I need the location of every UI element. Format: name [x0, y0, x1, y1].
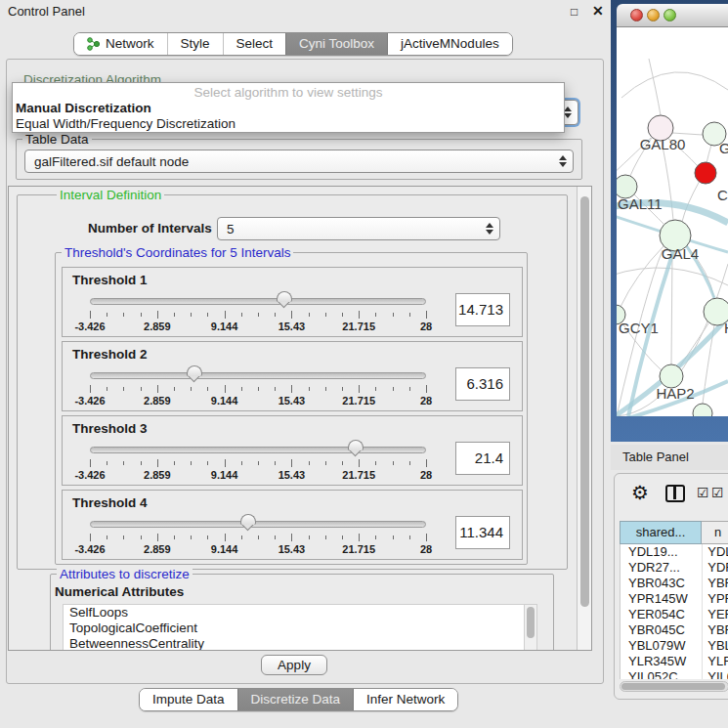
bottom-tab-bar: Impute DataDiscretize DataInfer Network — [139, 688, 458, 711]
network-node[interactable] — [693, 404, 712, 416]
dropdown-option-manual[interactable]: Manual Discretization — [16, 101, 151, 115]
cell-name[interactable]: YBR0 — [702, 622, 728, 638]
tab-network[interactable]: Network — [74, 33, 167, 55]
tab-cyni-toolbox[interactable]: Cyni Toolbox — [285, 33, 387, 55]
network-edge[interactable] — [707, 145, 711, 163]
threshold-value-field[interactable]: 21.4 — [455, 442, 510, 475]
slider-handle-icon[interactable] — [240, 514, 256, 535]
slider-track[interactable] — [90, 521, 426, 528]
cell-name[interactable]: YER0 — [702, 607, 728, 622]
float-icon[interactable]: □ — [571, 5, 578, 19]
cell-shared-name[interactable]: YBR045C — [621, 622, 702, 638]
network-edge[interactable] — [662, 141, 673, 220]
cell-shared-name[interactable]: YLR345W — [621, 654, 702, 669]
threshold-row: Threshold 4 -3.4262.8599.14415.4321.7152… — [62, 490, 523, 560]
minimize-traffic-light-icon[interactable] — [647, 9, 660, 21]
table-row[interactable]: YLR345WYLR3 — [621, 654, 728, 669]
network-node-label: GCY1 — [619, 320, 659, 336]
cell-name[interactable]: YDR2 — [702, 560, 728, 576]
column-header-name[interactable]: n — [702, 521, 728, 544]
table-row[interactable]: YDL19...YDL1 — [621, 544, 728, 560]
cell-name[interactable]: YBR0 — [702, 576, 728, 591]
column-header-shared-name[interactable]: shared... — [620, 521, 702, 544]
settings-scrollbar[interactable] — [577, 187, 592, 650]
slider-track[interactable] — [90, 447, 426, 453]
cell-shared-name[interactable]: YIL052C — [621, 669, 702, 679]
network-canvas[interactable]: GAL80GACGAL11GAL4GCY1HHAP2 — [617, 27, 728, 416]
table-row[interactable]: YBL079WYBL0 — [621, 638, 728, 654]
network-node-label: GAL4 — [662, 245, 699, 262]
tab-impute-data[interactable]: Impute Data — [140, 689, 237, 710]
slider-handle-icon[interactable] — [348, 440, 364, 460]
threshold-value-field[interactable]: 6.316 — [455, 367, 510, 401]
split-view-icon[interactable] — [665, 485, 685, 502]
attributes-scrollbar[interactable] — [524, 605, 536, 651]
number-of-intervals-combo[interactable]: 5 — [217, 217, 500, 240]
attributes-group: Attributes to discretize Numerical Attri… — [50, 574, 554, 651]
threshold-slider[interactable]: -3.4262.8599.14415.4321.71528 — [90, 291, 426, 334]
slider-ticks — [90, 534, 426, 541]
table-row[interactable]: YIL052CYIL0 — [621, 669, 728, 679]
threshold-slider[interactable]: -3.4262.8599.14415.4321.71528 — [90, 440, 426, 483]
cell-shared-name[interactable]: YPR145W — [621, 591, 702, 607]
slider-handle-icon[interactable] — [277, 291, 292, 312]
threshold-slider[interactable]: -3.4262.8599.14415.4321.71528 — [90, 514, 426, 557]
close-traffic-light-icon[interactable] — [630, 9, 643, 21]
table-panel-toolbar: ⚙ ☑ ☑ — [615, 474, 728, 517]
table-hscrollbar[interactable] — [620, 681, 728, 692]
threshold-slider[interactable]: -3.4262.8599.14415.4321.71528 — [90, 365, 426, 408]
table-row[interactable]: YBR045CYBR0 — [621, 622, 728, 638]
attribute-list-item[interactable]: TopologicalCoefficient — [64, 621, 536, 636]
attribute-list-item[interactable]: BetweennessCentrality — [64, 636, 536, 651]
slider-handle-icon[interactable] — [187, 365, 202, 386]
tab-discretize-data[interactable]: Discretize Data — [237, 689, 354, 710]
network-edge[interactable] — [621, 72, 728, 98]
network-edge[interactable] — [649, 59, 661, 115]
cell-shared-name[interactable]: YDR27... — [621, 560, 702, 576]
tab-infer-network[interactable]: Infer Network — [353, 689, 457, 710]
cell-name[interactable]: YDL1 — [702, 544, 728, 560]
combo-spinner-icon — [486, 223, 492, 235]
cell-shared-name[interactable]: YBR043C — [621, 576, 702, 591]
scrollbar-thumb[interactable] — [527, 607, 535, 638]
cell-name[interactable]: YIL0 — [702, 669, 728, 679]
cell-name[interactable]: YPR1 — [702, 591, 728, 607]
attribute-list-item[interactable]: SelfLoops — [64, 605, 536, 621]
network-edge[interactable] — [672, 133, 703, 135]
table-data-combo[interactable]: galFiltered.sif default node — [24, 150, 574, 173]
apply-button[interactable]: Apply — [261, 655, 327, 675]
table-row[interactable]: YER054CYER0 — [621, 607, 728, 622]
network-window-titlebar[interactable] — [617, 4, 728, 27]
tab-style[interactable]: Style — [167, 33, 223, 55]
cell-shared-name[interactable]: YBL079W — [621, 638, 702, 654]
network-edge[interactable] — [682, 181, 700, 222]
network-node-label: GAL11 — [618, 195, 663, 212]
gear-icon[interactable]: ⚙ — [631, 481, 649, 504]
dropdown-option-equal-width[interactable]: Equal Width/Frequency Discretization — [16, 116, 236, 131]
cell-shared-name[interactable]: YDL19... — [621, 544, 702, 560]
interval-definition-group: Interval Definition Number of Intervals … — [17, 194, 568, 570]
table-row[interactable]: YPR145WYPR1 — [621, 591, 728, 607]
close-icon[interactable]: ✕ — [592, 3, 604, 19]
slider-track[interactable] — [90, 372, 426, 379]
number-of-intervals-label: Number of Intervals — [88, 221, 212, 236]
scrollbar-thumb[interactable] — [621, 683, 725, 690]
cell-name[interactable]: YLR3 — [702, 654, 728, 669]
table-row[interactable]: YDR27...YDR2 — [621, 560, 728, 576]
checkbox-icon[interactable]: ☑ — [711, 485, 724, 500]
checkbox-icon[interactable]: ☑ — [697, 485, 709, 500]
scrollbar-thumb[interactable] — [580, 196, 589, 607]
slider-tick-labels: -3.4262.8599.14415.4321.71528 — [90, 395, 426, 407]
zoom-traffic-light-icon[interactable] — [664, 9, 676, 21]
cell-name[interactable]: YBL0 — [702, 638, 728, 654]
cell-shared-name[interactable]: YER054C — [621, 607, 702, 622]
threshold-value-field[interactable]: 14.713 — [455, 293, 510, 326]
thresholds-group-label: Threshold's Coordinates for 5 Intervals — [62, 245, 293, 260]
slider-track[interactable] — [90, 298, 426, 305]
threshold-value-field[interactable]: 11.344 — [455, 516, 510, 549]
tab-jactivemnodules[interactable]: jActiveMNodules — [387, 33, 512, 55]
table-row[interactable]: YBR043CYBR0 — [621, 576, 728, 591]
tab-select[interactable]: Select — [223, 33, 286, 55]
network-node[interactable] — [695, 162, 716, 184]
numerical-attributes-list[interactable]: SelfLoopsTopologicalCoefficientBetweenne… — [63, 604, 537, 651]
